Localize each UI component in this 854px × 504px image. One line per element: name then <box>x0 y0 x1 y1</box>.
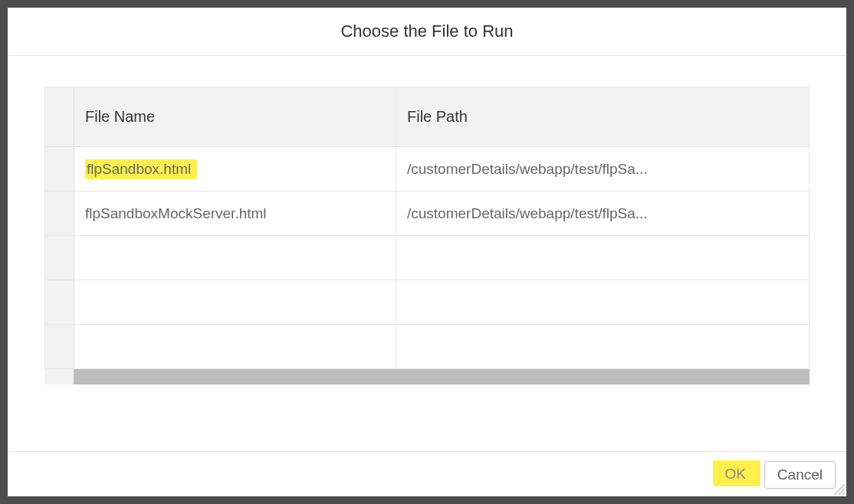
scroll-thumb[interactable] <box>74 369 810 385</box>
choose-file-dialog: Choose the File to Run File Name File Pa… <box>8 8 846 496</box>
table-row[interactable] <box>45 325 810 369</box>
svg-line-2 <box>843 493 845 495</box>
file-name-cell[interactable] <box>74 236 396 280</box>
row-select-cell[interactable] <box>45 191 74 236</box>
dialog-body: File Name File Path flpSandbox.html /cus… <box>8 56 846 451</box>
file-path-cell[interactable] <box>396 236 810 280</box>
row-select-cell[interactable] <box>45 147 74 191</box>
horizontal-scrollbar[interactable] <box>44 369 810 385</box>
dialog-footer: OK Cancel <box>8 451 846 496</box>
file-path-cell[interactable]: /customerDetails/webapp/test/flpSa... <box>396 191 810 236</box>
row-select-cell[interactable] <box>45 280 74 325</box>
file-path-cell[interactable] <box>396 280 810 325</box>
file-name-cell[interactable]: flpSandboxMockServer.html <box>74 191 396 236</box>
column-header-select <box>45 87 74 147</box>
scroll-spacer <box>44 369 74 385</box>
row-select-cell[interactable] <box>45 325 74 369</box>
resize-grip-icon[interactable] <box>834 484 845 495</box>
table-row[interactable] <box>45 236 810 280</box>
file-table: File Name File Path flpSandbox.html /cus… <box>44 87 810 369</box>
file-name-cell[interactable] <box>74 325 396 369</box>
file-table-container: File Name File Path flpSandbox.html /cus… <box>44 87 810 385</box>
dialog-title: Choose the File to Run <box>8 21 846 41</box>
file-path-cell[interactable]: /customerDetails/webapp/test/flpSa... <box>396 147 810 191</box>
table-row[interactable]: flpSandboxMockServer.html /customerDetai… <box>45 191 810 236</box>
table-row[interactable]: flpSandbox.html /customerDetails/webapp/… <box>45 147 810 191</box>
file-name-cell[interactable] <box>74 280 396 325</box>
file-name-highlighted: flpSandbox.html <box>85 159 197 179</box>
file-name-cell[interactable]: flpSandbox.html <box>74 147 396 191</box>
table-row[interactable] <box>45 280 810 325</box>
file-path-cell[interactable] <box>396 325 810 369</box>
dialog-header: Choose the File to Run <box>8 8 846 56</box>
column-header-filepath[interactable]: File Path <box>396 87 810 147</box>
column-header-filename[interactable]: File Name <box>74 87 396 147</box>
row-select-cell[interactable] <box>45 236 74 280</box>
ok-button[interactable]: OK <box>714 461 756 487</box>
cancel-button[interactable]: Cancel <box>764 461 836 489</box>
